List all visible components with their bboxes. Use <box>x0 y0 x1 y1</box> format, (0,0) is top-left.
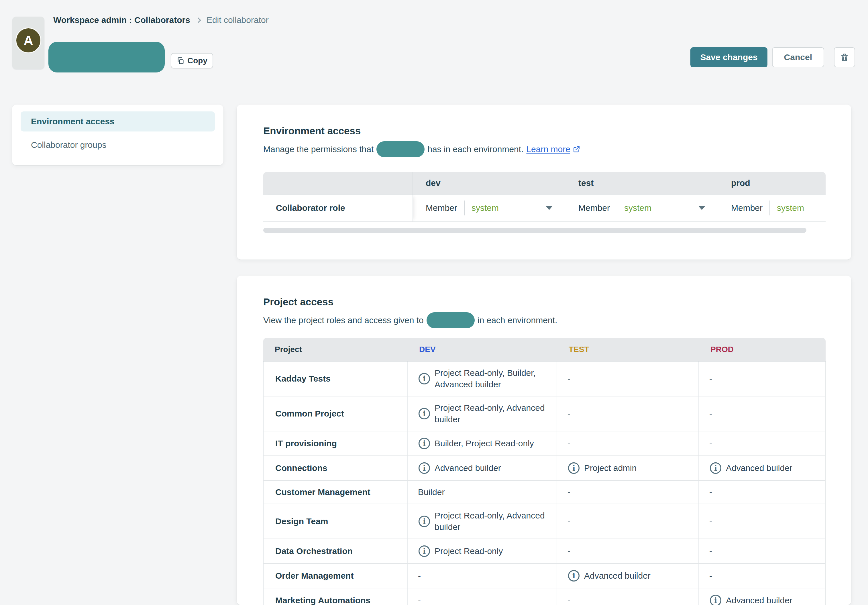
roles-text: - <box>418 595 421 605</box>
svg-text:i: i <box>714 596 717 605</box>
external-link-icon <box>573 146 580 153</box>
project-roles-cell-test: iProject admin <box>557 456 699 480</box>
copy-button[interactable]: Copy <box>171 53 213 68</box>
role-value: Member <box>426 203 457 213</box>
select-divider <box>464 200 465 216</box>
project-roles-cell-dev: iProject Read-only <box>408 539 557 563</box>
roles-text: Project Read-only <box>435 545 503 557</box>
env-header-prod: prod <box>718 178 826 188</box>
roles-text: - <box>709 545 712 557</box>
delete-collaborator-button[interactable] <box>834 47 855 67</box>
roles-text: - <box>567 438 570 449</box>
roles-text: - <box>418 570 421 582</box>
table-row: Common ProjectiProject Read-only, Advanc… <box>263 396 826 431</box>
project-header-prod: PROD <box>699 345 826 354</box>
collaborator-role-select-prod[interactable]: Membersystem <box>718 194 826 222</box>
learn-more-link[interactable]: Learn more <box>526 143 580 155</box>
roles-text: - <box>567 595 570 605</box>
project-roles-cell-dev: - <box>408 564 557 588</box>
info-icon[interactable]: i <box>418 515 431 527</box>
table-row: Customer ManagementBuilder-- <box>263 481 826 504</box>
sidebar-item-label: Collaborator groups <box>31 140 106 150</box>
chevron-right-icon <box>196 17 201 23</box>
project-roles-cell-test: - <box>557 539 699 563</box>
table-row: ConnectionsiAdvanced builderiProject adm… <box>263 456 826 481</box>
info-icon[interactable]: i <box>709 462 722 475</box>
horizontal-scrollbar[interactable] <box>263 228 806 233</box>
table-row: IT provisioningiBuilder, Project Read-on… <box>263 431 826 456</box>
project-roles-cell-prod: - <box>699 361 826 396</box>
table-row: Kadday TestsiProject Read-only, Builder,… <box>263 361 826 396</box>
project-roles-cell-prod: - <box>699 539 826 563</box>
roles-text: - <box>567 486 570 498</box>
collaborator-name-redacted <box>48 42 165 73</box>
roles-text: Project Read-only, Builder, Advanced bui… <box>435 367 549 390</box>
select-divider <box>769 200 770 216</box>
project-name: Kadday Tests <box>263 361 408 396</box>
info-icon[interactable]: i <box>418 372 431 385</box>
project-roles-cell-prod: iAdvanced builder <box>699 456 826 480</box>
info-icon[interactable]: i <box>418 437 431 450</box>
copy-button-label: Copy <box>188 56 208 65</box>
save-changes-button[interactable]: Save changes <box>690 47 767 67</box>
environment-access-description: Manage the permissions that has in each … <box>263 141 826 157</box>
page: { "breadcrumb": { "section": "Workspace … <box>0 0 868 605</box>
collaborator-role-select-test[interactable]: Membersystem <box>566 194 718 222</box>
project-roles-cell-prod: - <box>699 481 826 504</box>
svg-text:i: i <box>572 571 575 580</box>
description-text: Manage the permissions that <box>263 143 374 155</box>
environment-table-header: dev test prod <box>263 172 826 194</box>
roles-text: - <box>709 373 712 385</box>
info-icon[interactable]: i <box>567 569 580 582</box>
info-icon[interactable]: i <box>567 462 580 475</box>
collaborator-role-select-dev[interactable]: Membersystem <box>413 194 566 222</box>
select-divider <box>617 200 617 216</box>
chevron-down-icon <box>546 206 553 210</box>
info-icon[interactable]: i <box>709 594 722 605</box>
sidebar-item-collaborator-groups[interactable]: Collaborator groups <box>21 135 215 155</box>
project-access-title: Project access <box>263 296 826 308</box>
collaborator-role-row: Collaborator role MembersystemMembersyst… <box>263 194 826 222</box>
collaborator-role-label: Collaborator role <box>263 194 413 222</box>
roles-text: - <box>567 516 570 527</box>
info-icon[interactable]: i <box>418 462 431 475</box>
sidebar-item-environment-access[interactable]: Environment access <box>21 112 215 132</box>
roles-text: Advanced builder <box>584 570 651 582</box>
project-roles-cell-dev: iAdvanced builder <box>408 456 557 480</box>
svg-text:i: i <box>423 517 426 526</box>
roles-text: - <box>709 438 712 449</box>
cancel-button[interactable]: Cancel <box>772 47 824 67</box>
project-roles-cell-prod: - <box>699 396 826 431</box>
description-text: has in each environment. <box>428 143 523 155</box>
breadcrumb: Workspace admin : Collaborators Edit col… <box>53 14 269 26</box>
project-table-body: Kadday TestsiProject Read-only, Builder,… <box>263 361 826 605</box>
project-name: Marketing Automations <box>263 588 408 605</box>
roles-text: Advanced builder <box>726 462 792 474</box>
group-value: system <box>777 203 804 213</box>
project-roles-cell-prod: iAdvanced builder <box>699 588 826 605</box>
project-name: Design Team <box>263 504 408 538</box>
roles-text: Builder <box>418 486 445 498</box>
project-roles-cell-test: - <box>557 588 699 605</box>
collaborator-name-redacted-pill <box>426 312 475 328</box>
project-roles-cell-test: - <box>557 431 699 456</box>
breadcrumb-current: Edit collaborator <box>206 14 269 26</box>
project-roles-cell-test: - <box>557 504 699 538</box>
project-roles-cell-dev: Builder <box>408 481 557 504</box>
svg-text:i: i <box>423 374 426 383</box>
svg-text:i: i <box>423 546 426 555</box>
project-roles-cell-dev: iBuilder, Project Read-only <box>408 431 557 456</box>
project-access-card: Project access View the project roles an… <box>237 276 851 605</box>
info-icon[interactable]: i <box>418 545 431 557</box>
info-icon[interactable]: i <box>418 407 431 420</box>
breadcrumb-section[interactable]: Workspace admin : Collaborators <box>53 14 190 26</box>
roles-text: - <box>567 408 570 419</box>
roles-text: Project admin <box>584 462 637 474</box>
settings-sidebar: Environment access Collaborator groups <box>12 105 223 165</box>
roles-text: Advanced builder <box>435 462 501 474</box>
project-name: Common Project <box>263 396 408 431</box>
table-row: Marketing Automations--iAdvanced builder <box>263 588 826 605</box>
svg-text:i: i <box>572 464 575 472</box>
project-roles-cell-test: - <box>557 481 699 504</box>
role-value: Member <box>578 203 610 213</box>
